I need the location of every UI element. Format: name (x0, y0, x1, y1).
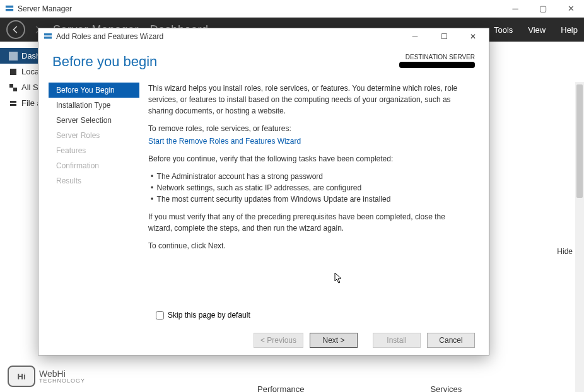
add-roles-wizard-dialog: Add Roles and Features Wizard ─ ☐ ✕ Befo… (38, 28, 489, 355)
step-server-selection[interactable]: Server Selection (52, 113, 139, 128)
menu-help[interactable]: Help (561, 25, 578, 35)
dashboard-cards: Performance BPA results Services Perform… (257, 382, 477, 392)
card-left: Performance BPA results (257, 382, 304, 392)
dialog-minimize-button[interactable]: ─ (404, 30, 426, 43)
verify-label: Before you continue, verify that the fol… (148, 153, 470, 164)
dialog-titlebar[interactable]: Add Roles and Features Wizard ─ ☐ ✕ (38, 28, 489, 45)
prereq-item: The Administrator account has a strong p… (151, 171, 470, 182)
main-titlebar: Server Manager ─ ▢ ✕ (0, 0, 584, 18)
svg-rect-7 (10, 104, 16, 106)
header-menu: Tools View Help (494, 25, 578, 35)
close-button[interactable]: ✕ (563, 3, 579, 15)
prereq-item: The most current security updates from W… (151, 193, 470, 205)
card-right: Services Performance BPA results (430, 382, 477, 392)
maximize-button[interactable]: ▢ (535, 3, 551, 15)
prereq-item: Network settings, such as static IP addr… (151, 182, 470, 193)
minimize-button[interactable]: ─ (507, 3, 523, 15)
dashboard-icon (9, 52, 18, 61)
window-controls: ─ ▢ ✕ (507, 3, 579, 15)
dialog-maximize-button[interactable]: ☐ (433, 30, 455, 43)
watermark-line2: TECHNOLOGY (39, 378, 85, 384)
install-button: Install (373, 333, 421, 348)
continue-text: To continue, click Next. (148, 240, 470, 251)
scrollbar[interactable] (575, 82, 584, 392)
svg-rect-6 (10, 101, 16, 103)
svg-rect-4 (9, 84, 13, 88)
destination-value-redacted (399, 62, 475, 68)
card-row[interactable]: Services (430, 382, 477, 392)
svg-rect-8 (44, 33, 52, 36)
svg-rect-0 (6, 5, 13, 8)
svg-rect-3 (10, 69, 16, 75)
wizard-icon (44, 32, 52, 41)
watermark-line1: WebHi (39, 369, 85, 378)
dialog-controls: ─ ☐ ✕ (404, 30, 484, 43)
destination-server: DESTINATION SERVER (399, 54, 475, 68)
svg-rect-9 (44, 37, 52, 39)
next-button[interactable]: Next > (310, 333, 358, 348)
window-title: Server Manager (18, 4, 72, 13)
step-server-roles: Server Roles (52, 128, 139, 143)
dialog-footer: < Previous Next > Install Cancel (38, 326, 489, 355)
step-installation-type[interactable]: Installation Type (52, 98, 139, 113)
nav-back-button[interactable] (6, 20, 25, 39)
watermark: Hi WebHi TECHNOLOGY (8, 366, 85, 387)
step-results: Results (52, 173, 139, 188)
menu-tools[interactable]: Tools (494, 25, 513, 35)
step-confirmation: Confirmation (52, 158, 139, 173)
wizard-steps: Before You Begin Installation Type Serve… (38, 76, 139, 307)
intro-text: This wizard helps you install roles, rol… (148, 83, 470, 117)
dialog-close-button[interactable]: ✕ (462, 30, 484, 43)
hide-button[interactable]: Hide (557, 247, 573, 256)
menu-view[interactable]: View (528, 25, 546, 35)
dialog-header: Before you begin DESTINATION SERVER (38, 45, 489, 72)
prereq-note: If you must verify that any of the prece… (148, 211, 470, 234)
servers-icon (9, 83, 18, 92)
remove-wizard-link[interactable]: Start the Remove Roles and Features Wiza… (148, 137, 301, 146)
previous-button: < Previous (254, 333, 303, 348)
server-manager-icon (5, 4, 14, 13)
remove-label: To remove roles, role services, or featu… (148, 123, 470, 134)
prereq-list: The Administrator account has a strong p… (151, 171, 470, 205)
step-features: Features (52, 143, 139, 158)
skip-label: Skip this page by default (168, 311, 250, 320)
cancel-button[interactable]: Cancel (427, 333, 475, 348)
svg-rect-1 (6, 9, 13, 11)
destination-label: DESTINATION SERVER (399, 54, 475, 61)
watermark-text: WebHi TECHNOLOGY (39, 369, 85, 384)
skip-row: Skip this page by default (38, 307, 489, 326)
svg-rect-5 (13, 88, 17, 91)
svg-rect-2 (9, 52, 18, 61)
server-icon (9, 67, 18, 76)
dialog-title: Add Roles and Features Wizard (56, 32, 163, 41)
card-row[interactable]: Performance (257, 382, 304, 392)
page-heading: Before you begin (52, 54, 157, 70)
step-before-you-begin[interactable]: Before You Begin (49, 83, 139, 98)
watermark-bubble: Hi (8, 366, 35, 387)
wizard-content: This wizard helps you install roles, rol… (139, 76, 489, 307)
scrollbar-thumb[interactable] (576, 84, 583, 198)
dialog-body: Before You Begin Installation Type Serve… (38, 72, 489, 307)
storage-icon (9, 99, 18, 108)
skip-checkbox[interactable] (156, 311, 164, 320)
